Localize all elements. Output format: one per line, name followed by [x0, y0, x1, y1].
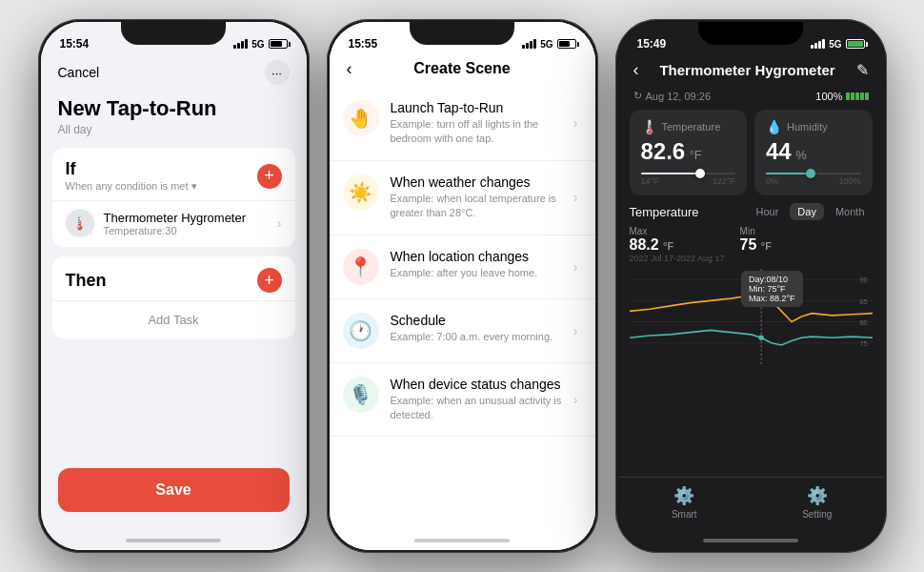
nav-bar-1: Cancel ··· — [41, 56, 307, 92]
temp-value: 82.6 — [641, 138, 686, 164]
temperature-card: 🌡️ Temperature 82.6 °F — [630, 110, 748, 195]
svg-text:90: 90 — [859, 276, 867, 284]
more-button[interactable]: ··· — [265, 60, 290, 85]
scene-text-4: When device status changes Example: when… — [391, 377, 573, 423]
humid-max-label: 100% — [838, 176, 860, 186]
phone-2: 15:55 5G — [327, 19, 598, 553]
add-task-area[interactable]: Add Task — [52, 300, 295, 338]
then-label: Then — [66, 271, 107, 291]
add-task-label: Add Task — [148, 313, 198, 327]
battery-status: 100% — [815, 91, 868, 102]
max-label: Max — [630, 226, 725, 236]
if-sublabel: When any condition is met ▾ — [66, 180, 197, 193]
scene-title-3: Schedule — [391, 313, 573, 328]
temp-label: Temperature — [662, 121, 721, 133]
home-indicator-1 — [41, 531, 307, 550]
condition-name: Thermometer Hygrometer — [104, 211, 277, 225]
signal-icon-1 — [233, 39, 248, 49]
condition-value: Temperature:30 — [104, 225, 277, 236]
date-range: 2022 Jul 17-2022 Aug 17 — [630, 254, 725, 263]
svg-text:75: 75 — [859, 339, 867, 348]
scene-text-0: Launch Tap-to-Run Example: turn off all … — [391, 100, 573, 147]
setting-label: Setting — [802, 509, 832, 520]
svg-text:80: 80 — [859, 318, 867, 327]
add-condition-button[interactable]: + — [257, 164, 282, 189]
max-stat: Max 88.2 °F 2022 Jul 17-2022 Aug 17 — [630, 226, 725, 263]
scene-item-0[interactable]: 🤚 Launch Tap-to-Run Example: turn off al… — [330, 87, 595, 161]
scene-desc-1: Example: when local temperature is great… — [391, 192, 573, 221]
tab-day[interactable]: Day — [790, 203, 824, 220]
notch-1 — [121, 22, 226, 45]
condition-info: Thermometer Hygrometer Temperature:30 — [104, 211, 277, 236]
bottom-tabs: ⚙️ Smart ⚙️ Setting — [618, 477, 884, 531]
min-stat: Min 75 °F — [740, 226, 772, 263]
add-task-button[interactable]: + — [257, 268, 282, 293]
scene-text-2: When location changes Example: after you… — [391, 249, 573, 280]
cancel-button[interactable]: Cancel — [58, 65, 100, 80]
min-value: 75 °F — [740, 236, 772, 254]
scene-title-2: When location changes — [391, 249, 573, 264]
min-label: Min — [740, 226, 772, 236]
scene-icon-1: ☀️ — [343, 174, 379, 211]
scene-title: New Tap-to-Run — [58, 96, 290, 121]
notch-3 — [698, 22, 803, 45]
svg-text:85: 85 — [859, 297, 867, 306]
battery-icon-1 — [269, 39, 288, 49]
scene-title-4: When device status changes — [391, 377, 573, 392]
tab-hour[interactable]: Hour — [749, 203, 787, 220]
status-icons-1: 5G — [233, 39, 287, 50]
then-section: Then + Add Task — [52, 256, 295, 338]
humidity-card: 💧 Humidity 44 % — [754, 110, 873, 195]
humid-min-label: 0% — [766, 176, 778, 186]
chart-tooltip: Day:08/10 Min: 75°F Max: 88.2°F — [741, 271, 803, 307]
scene-text-3: Schedule Example: 7:00 a.m. every mornin… — [391, 313, 573, 344]
edit-button[interactable]: ✎ — [856, 61, 869, 79]
scene-icon-4: 🎙️ — [343, 377, 379, 413]
network-type-3: 5G — [829, 39, 841, 50]
scene-item-3[interactable]: 🕐 Schedule Example: 7:00 a.m. every morn… — [330, 299, 595, 363]
humid-label: Humidity — [787, 121, 828, 133]
back-button-3[interactable]: ‹ — [633, 60, 639, 80]
humid-value: 44 — [766, 138, 792, 164]
metrics-row: 🌡️ Temperature 82.6 °F — [618, 110, 884, 203]
sync-info: ↻ Aug 12, 09:26 — [633, 90, 712, 102]
scene-item-4[interactable]: 🎙️ When device status changes Example: w… — [330, 363, 595, 438]
scene-desc-2: Example: after you leave home. — [391, 266, 573, 280]
scene-desc-0: Example: turn off all lights in the bedr… — [391, 117, 573, 147]
temp-icon: 🌡️ — [641, 119, 657, 134]
scene-chevron-1: › — [573, 190, 578, 205]
condition-icon: 🌡️ — [66, 209, 94, 237]
scene-item-2[interactable]: 📍 When location changes Example: after y… — [330, 235, 595, 299]
back-button-2[interactable]: ‹ — [347, 59, 352, 79]
save-button[interactable]: Save — [58, 468, 290, 512]
tab-month[interactable]: Month — [828, 203, 873, 220]
title-section: New Tap-to-Run All day — [41, 92, 307, 148]
time-2: 15:55 — [349, 37, 378, 51]
phone-3: 15:49 5G — [615, 19, 887, 553]
status-icons-3: 5G — [811, 39, 864, 50]
if-section: If When any condition is met ▾ + 🌡️ Ther… — [52, 148, 295, 247]
bottom-tab-smart[interactable]: ⚙️ Smart — [618, 478, 752, 531]
bottom-tab-setting[interactable]: ⚙️ Setting — [751, 478, 884, 531]
device-title: Thermometer Hygrometer — [659, 62, 834, 78]
network-type-2: 5G — [540, 39, 552, 50]
stats-row: Max 88.2 °F 2022 Jul 17-2022 Aug 17 Min … — [630, 226, 873, 263]
battery-blocks — [846, 92, 869, 100]
device-info-row: ↻ Aug 12, 09:26 100% — [618, 86, 884, 110]
battery-icon-2 — [557, 39, 576, 49]
create-scene-title: Create Scene — [413, 60, 510, 77]
humid-icon: 💧 — [766, 119, 782, 134]
humid-unit: % — [795, 148, 807, 162]
condition-row[interactable]: 🌡️ Thermometer Hygrometer Temperature:30… — [52, 200, 295, 247]
network-type-1: 5G — [251, 39, 264, 50]
scene-chevron-2: › — [573, 259, 578, 275]
notch-2 — [410, 22, 514, 45]
scene-list: 🤚 Launch Tap-to-Run Example: turn off al… — [330, 87, 595, 531]
scene-icon-2: 📍 — [343, 249, 379, 285]
scene-icon-0: 🤚 — [343, 100, 379, 136]
chart-title: Temperature — [630, 205, 699, 219]
temperature-chart: Day:08/10 Min: 75°F Max: 88.2°F 90 — [630, 269, 873, 364]
all-day-label: All day — [58, 123, 290, 136]
scene-item-1[interactable]: ☀️ When weather changes Example: when lo… — [330, 161, 595, 235]
if-label: If — [66, 159, 197, 179]
